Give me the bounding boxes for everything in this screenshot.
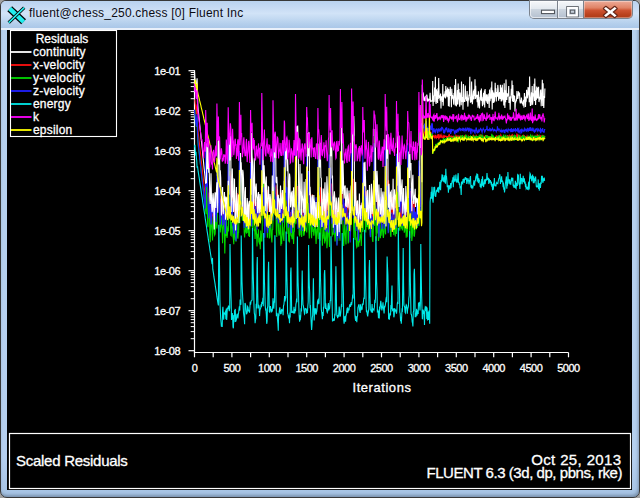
- svg-text:x-velocity: x-velocity: [33, 58, 85, 72]
- svg-text:1e-04: 1e-04: [154, 185, 180, 197]
- svg-text:FLUENT 6.3 (3d, dp, pbns, rke): FLUENT 6.3 (3d, dp, pbns, rke): [427, 464, 623, 481]
- svg-text:Scaled Residuals: Scaled Residuals: [16, 452, 128, 469]
- svg-text:1e-02: 1e-02: [154, 105, 180, 117]
- svg-text:4500: 4500: [520, 362, 543, 374]
- svg-text:1e-05: 1e-05: [154, 225, 180, 237]
- svg-text:Residuals: Residuals: [36, 32, 89, 46]
- svg-text:1500: 1500: [295, 362, 318, 374]
- svg-text:1e-01: 1e-01: [154, 65, 180, 77]
- svg-text:epsilon: epsilon: [33, 123, 72, 137]
- svg-text:3000: 3000: [408, 362, 431, 374]
- svg-text:5000: 5000: [557, 362, 580, 374]
- svg-text:1e-03: 1e-03: [154, 145, 180, 157]
- svg-text:4000: 4000: [482, 362, 505, 374]
- svg-text:500: 500: [223, 362, 240, 374]
- svg-text:2000: 2000: [333, 362, 356, 374]
- svg-text:continuity: continuity: [33, 45, 86, 59]
- svg-text:z-velocity: z-velocity: [33, 84, 85, 98]
- svg-text:energy: energy: [33, 97, 71, 111]
- svg-text:1e-07: 1e-07: [154, 305, 180, 317]
- svg-text:3500: 3500: [445, 362, 468, 374]
- svg-text:0: 0: [192, 362, 198, 374]
- svg-text:1e-06: 1e-06: [154, 265, 180, 277]
- svg-text:y-velocity: y-velocity: [33, 71, 85, 85]
- svg-text:1000: 1000: [258, 362, 281, 374]
- svg-text:2500: 2500: [370, 362, 393, 374]
- svg-text:Iterations: Iterations: [353, 380, 412, 395]
- svg-text:k: k: [33, 110, 40, 124]
- svg-text:1e-08: 1e-08: [154, 345, 180, 357]
